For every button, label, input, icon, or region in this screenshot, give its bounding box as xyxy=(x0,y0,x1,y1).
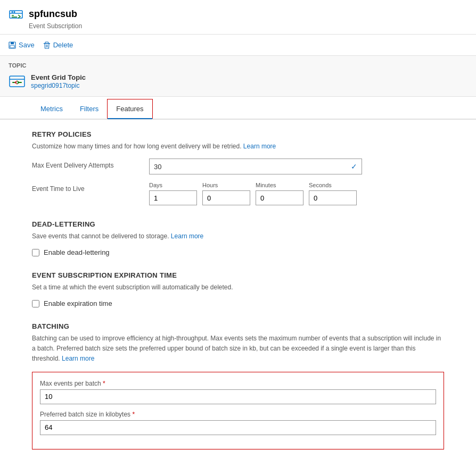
svg-rect-10 xyxy=(10,76,24,87)
topic-icon xyxy=(9,73,26,90)
toolbar: Save Delete xyxy=(0,35,476,56)
topic-link[interactable]: spegrid0917topic xyxy=(31,82,79,89)
hours-group: Hours xyxy=(202,182,250,205)
tab-filters[interactable]: Filters xyxy=(71,99,107,119)
retry-desc-prefix: Customize how many times and for how lon… xyxy=(32,143,242,150)
max-delivery-select[interactable]: 30 ✓ xyxy=(149,159,362,174)
dead-lettering-desc: Save events that cannot be delivered to … xyxy=(32,231,444,241)
batching-section: BATCHING Batching can be used to improve… xyxy=(32,322,444,449)
seconds-group: Seconds xyxy=(309,182,357,205)
tab-metrics[interactable]: Metrics xyxy=(32,99,71,119)
features-content: RETRY POLICIES Customize how many times … xyxy=(0,120,476,450)
event-ttl-label: Event Time to Live xyxy=(32,182,149,193)
expiration-desc: Set a time at which the event subscripti… xyxy=(32,282,444,292)
batching-title: BATCHING xyxy=(32,322,444,330)
tabs-container: Metrics Filters Features xyxy=(0,99,476,120)
max-delivery-value: 30 xyxy=(154,163,161,171)
time-fields: Days Hours Minutes Seconds xyxy=(149,182,444,205)
delete-button[interactable]: Delete xyxy=(43,39,73,51)
days-label: Days xyxy=(149,182,197,188)
event-subscription-icon xyxy=(9,6,23,21)
svg-point-2 xyxy=(12,11,13,13)
expiration-checkbox-row: Enable expiration time xyxy=(32,299,444,307)
resource-name: spfuncsub xyxy=(29,9,77,20)
page-header: spfuncsub Event Subscription xyxy=(0,0,476,35)
delete-icon xyxy=(43,41,51,49)
dead-lettering-section: DEAD-LETTERING Save events that cannot b… xyxy=(32,220,444,256)
batching-desc: Batching can be used to improve efficien… xyxy=(32,334,444,364)
max-delivery-field: 30 ✓ xyxy=(149,159,444,174)
retry-policies-desc: Customize how many times and for how lon… xyxy=(32,141,444,151)
batching-fields-highlighted: Max events per batch * Preferred batch s… xyxy=(32,372,444,449)
svg-rect-6 xyxy=(10,45,14,48)
event-ttl-row: Event Time to Live Days Hours Minutes xyxy=(32,182,444,205)
minutes-input[interactable] xyxy=(256,190,303,205)
svg-point-3 xyxy=(14,11,15,13)
save-icon xyxy=(9,41,16,49)
topic-label: TOPIC xyxy=(9,62,467,69)
days-input[interactable] xyxy=(149,190,197,205)
max-events-label: Max events per batch * xyxy=(40,380,436,387)
max-delivery-label: Max Event Delivery Attempts xyxy=(32,159,149,169)
chevron-down-icon: ✓ xyxy=(351,162,357,171)
expiration-checkbox[interactable] xyxy=(32,300,39,307)
hours-label: Hours xyxy=(202,182,250,188)
retry-policies-section: RETRY POLICIES Customize how many times … xyxy=(32,130,444,205)
dead-lettering-checkbox-label: Enable dead-lettering xyxy=(44,248,110,256)
tab-features[interactable]: Features xyxy=(107,99,152,119)
batch-size-required: * xyxy=(132,411,135,418)
dead-lettering-title: DEAD-LETTERING xyxy=(32,220,444,228)
max-events-required: * xyxy=(103,380,105,387)
batch-size-group: Preferred batch size in kilobytes * xyxy=(40,411,436,435)
topic-content: Event Grid Topic spegrid0917topic xyxy=(9,73,467,90)
dead-lettering-checkbox-row: Enable dead-lettering xyxy=(32,248,444,256)
expiration-title: EVENT SUBSCRIPTION EXPIRATION TIME xyxy=(32,271,444,279)
dead-lettering-learn-more-link[interactable]: Learn more xyxy=(171,232,203,240)
topic-section: TOPIC Event Grid Topic spegrid0917topic xyxy=(0,56,476,97)
seconds-label: Seconds xyxy=(309,182,357,188)
expiration-checkbox-label: Enable expiration time xyxy=(44,299,112,307)
days-group: Days xyxy=(149,182,197,205)
svg-rect-7 xyxy=(44,43,50,44)
event-ttl-field: Days Hours Minutes Seconds xyxy=(149,182,444,205)
topic-info: Event Grid Topic spegrid0917topic xyxy=(31,73,86,89)
max-delivery-row: Max Event Delivery Attempts 30 ✓ xyxy=(32,159,444,174)
retry-policies-title: RETRY POLICIES xyxy=(32,130,444,138)
seconds-input[interactable] xyxy=(309,190,357,205)
title-row: spfuncsub xyxy=(9,6,467,21)
dead-lettering-checkbox[interactable] xyxy=(32,249,39,256)
retry-learn-more-link[interactable]: Learn more xyxy=(243,143,276,150)
minutes-group: Minutes xyxy=(256,182,303,205)
delete-label: Delete xyxy=(53,41,73,49)
max-events-group: Max events per batch * xyxy=(40,380,436,404)
dead-lettering-prefix: Save events that cannot be delivered to … xyxy=(32,232,169,240)
save-button[interactable]: Save xyxy=(9,39,35,51)
batching-learn-more-link[interactable]: Learn more xyxy=(62,355,94,362)
batch-size-label: Preferred batch size in kilobytes * xyxy=(40,411,436,418)
batch-size-input[interactable] xyxy=(40,420,436,435)
save-label: Save xyxy=(19,41,35,49)
expiration-section: EVENT SUBSCRIPTION EXPIRATION TIME Set a… xyxy=(32,271,444,307)
minutes-label: Minutes xyxy=(256,182,303,188)
max-events-input[interactable] xyxy=(40,389,436,404)
resource-subtitle: Event Subscription xyxy=(29,22,467,30)
svg-rect-5 xyxy=(11,42,14,44)
topic-type: Event Grid Topic xyxy=(31,73,86,81)
hours-input[interactable] xyxy=(202,190,250,205)
